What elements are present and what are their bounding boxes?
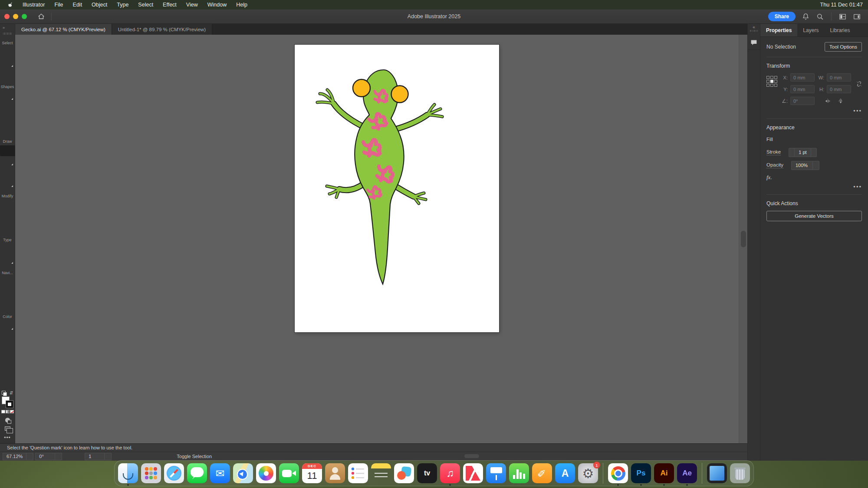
stroke-swatch[interactable]: [6, 401, 13, 408]
wifi-icon[interactable]: [782, 1, 789, 9]
apple-logo-icon[interactable]: [8, 2, 14, 8]
stroke-weight-arrows[interactable]: [789, 148, 795, 157]
dock-numbers[interactable]: [509, 463, 529, 483]
appearance-more-options-icon[interactable]: •••: [766, 183, 862, 190]
horizontal-scroll-thumb[interactable]: [464, 454, 479, 458]
zoom-window-button[interactable]: [22, 14, 27, 19]
zoom-dropdown-icon[interactable]: [26, 453, 33, 460]
collapse-panels-icon[interactable]: [753, 25, 755, 29]
rotation-dropdown-icon[interactable]: [55, 453, 62, 460]
gradient-tool[interactable]: [0, 321, 15, 331]
dock-contacts[interactable]: [325, 463, 345, 483]
tab-libraries[interactable]: Libraries: [824, 24, 855, 36]
menu-item[interactable]: File: [50, 1, 67, 9]
generate-vectors-button[interactable]: Generate Vectors: [766, 211, 862, 221]
dock-safari[interactable]: [164, 463, 184, 483]
flip-horizontal-icon[interactable]: [824, 98, 831, 105]
onedrive-cloud-icon[interactable]: [757, 1, 764, 9]
opacity-expand-icon[interactable]: [812, 161, 819, 170]
default-fill-stroke-icon[interactable]: [2, 391, 6, 395]
menu-bar-clock[interactable]: Thu 11 Dec 01:47: [820, 2, 863, 8]
polygon-tool[interactable]: [0, 112, 15, 123]
transform-more-options-icon[interactable]: •••: [766, 108, 862, 114]
comments-panel-icon[interactable]: [747, 35, 760, 50]
minimize-window-button[interactable]: [13, 14, 18, 19]
artboard-number-field[interactable]: 1: [85, 453, 112, 460]
dock-photoshop[interactable]: Ps: [631, 463, 651, 483]
vertical-scroll-thumb[interactable]: [741, 231, 746, 247]
arrange-documents-icon[interactable]: [838, 13, 847, 21]
paintbrush-tool[interactable]: [0, 167, 15, 178]
dock-messages[interactable]: [187, 463, 207, 483]
dock-divider[interactable]: [603, 463, 603, 484]
shape-builder-tool[interactable]: [0, 222, 15, 233]
document-tab[interactable]: Untitled-1* @ 89.79 % (CMYK/Preview): [112, 24, 212, 35]
dock-music[interactable]: [440, 463, 460, 483]
opacity-label[interactable]: Opacity: [766, 162, 783, 168]
toolbar-grip[interactable]: [3, 33, 12, 35]
canvas[interactable]: [15, 35, 747, 443]
dock-after-effects[interactable]: Ae: [677, 463, 697, 483]
tool-options-button[interactable]: Tool Options: [825, 42, 862, 52]
dock-keynote[interactable]: [486, 463, 506, 483]
close-window-button[interactable]: [4, 14, 10, 19]
stroke-weight-dropdown-icon[interactable]: [811, 148, 816, 157]
password-manager-icon[interactable]: [744, 1, 752, 9]
rotation-dropdown[interactable]: 0°: [35, 453, 62, 460]
effects-fx-button[interactable]: fx.: [766, 174, 862, 181]
vertical-scrollbar[interactable]: [739, 35, 747, 443]
lasso-tool[interactable]: [0, 69, 15, 79]
none-swatch-button[interactable]: [10, 410, 14, 413]
document-tab[interactable]: Gecko.ai @ 67.12 % (CMYK/Preview): [15, 24, 112, 35]
menu-item[interactable]: Window: [203, 1, 231, 9]
hand-tool[interactable]: [0, 288, 15, 298]
menu-item[interactable]: Edit: [69, 1, 87, 9]
tab-layers[interactable]: Layers: [797, 24, 824, 36]
flip-vertical-icon[interactable]: [837, 98, 844, 105]
panel-strip-grip[interactable]: [750, 30, 758, 32]
dock-display-window[interactable]: [707, 463, 727, 483]
dock-apple-tv[interactable]: tv: [417, 463, 437, 483]
y-field[interactable]: 0 mm: [790, 85, 815, 93]
notifications-bell-icon[interactable]: [802, 13, 810, 21]
creative-cloud-icon[interactable]: [732, 1, 739, 9]
dock-notes[interactable]: [371, 463, 391, 483]
status-display-label[interactable]: Toggle Selection: [177, 454, 212, 459]
rotate-tool[interactable]: [0, 211, 15, 222]
workspace-switcher-icon[interactable]: [853, 13, 861, 21]
stroke-label[interactable]: Stroke: [766, 149, 781, 155]
dock-illustrator[interactable]: Ai: [654, 463, 674, 483]
rectangle-tool[interactable]: [0, 91, 15, 102]
gradient-swatch-button[interactable]: [6, 410, 10, 413]
stroke-weight-stepper[interactable]: 1 pt: [789, 148, 816, 157]
swap-fill-stroke-icon[interactable]: ⇆: [9, 391, 13, 394]
menu-item[interactable]: View: [182, 1, 202, 9]
dock-app-store[interactable]: A: [555, 463, 575, 483]
rotation-angle-dropdown[interactable]: 0°: [790, 97, 815, 105]
touch-type-tool[interactable]: [0, 244, 15, 255]
dock-news[interactable]: [463, 463, 483, 483]
dock-trash[interactable]: [730, 463, 750, 483]
edit-toolbar-icon[interactable]: •••: [4, 435, 11, 441]
dock-divider[interactable]: [702, 463, 702, 484]
dock-chrome[interactable]: [608, 463, 628, 483]
screen-recording-icon[interactable]: [769, 1, 777, 9]
w-field[interactable]: 0 mm: [827, 73, 851, 82]
opacity-field[interactable]: 100%: [791, 161, 819, 170]
dock-maps[interactable]: [233, 463, 253, 483]
dock-system-settings[interactable]: 1: [578, 463, 598, 483]
pen-tool[interactable]: [0, 178, 15, 189]
eyedropper-tool[interactable]: [0, 331, 15, 342]
dock-finder[interactable]: [118, 463, 138, 483]
zoom-level-dropdown[interactable]: 67.12%: [3, 453, 33, 460]
dock-photos[interactable]: [256, 463, 276, 483]
dock-reminders[interactable]: [348, 463, 368, 483]
color-swatch-button[interactable]: [1, 410, 5, 413]
dock-pages[interactable]: [532, 463, 552, 483]
eraser-tool[interactable]: [0, 156, 15, 167]
reference-point-selector[interactable]: [766, 76, 777, 87]
menu-item[interactable]: Help: [232, 1, 252, 9]
zoom-tool[interactable]: [0, 277, 15, 288]
screen-mode-icon[interactable]: [5, 426, 10, 431]
rotate-view-tool[interactable]: [0, 298, 15, 309]
